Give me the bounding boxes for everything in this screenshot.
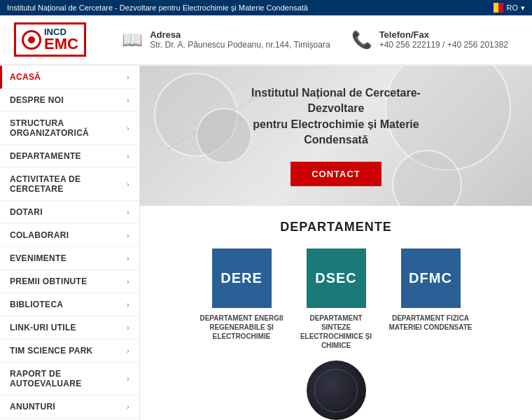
sidebar-item-departamente[interactable]: DEPARTAMENTE› — [0, 145, 139, 168]
lang-label: RO — [507, 4, 519, 12]
dept-label-dere: DEPARTAMENT ENERGII REGENERABILE ȘI ELEC… — [200, 314, 284, 341]
phone-label: Telefon/Fax — [379, 29, 508, 40]
sidebar-item-acas[interactable]: ACASĂ› — [0, 66, 139, 89]
sidebar-item-anunturi[interactable]: ANUNTURI› — [0, 396, 139, 419]
address-label: Adresa — [150, 29, 330, 40]
sidebar-item-evenimente[interactable]: EVENIMENTE› — [0, 247, 139, 270]
nav-item-label: ANUNTURI — [10, 402, 55, 412]
logo-area[interactable]: INCD EMC — [14, 22, 98, 57]
nav-arrow-icon: › — [127, 73, 130, 81]
sidebar-item-biblioteca[interactable]: BIBLIOTECA› — [0, 293, 139, 316]
nav-item-label: ACASĂ — [10, 72, 41, 82]
phone-value: +40 256 222119 / +40 256 201382 — [379, 40, 508, 50]
phone-icon: 📞 — [351, 30, 372, 50]
nav-arrow-icon: › — [127, 96, 130, 104]
dept-label-dfmc: DEPARTAMENT FIZICA MATERIEI CONDENSATE — [388, 314, 472, 332]
sidebar-item-raport-de-autoevaluare[interactable]: RAPORT DE AUTOEVALUARE› — [0, 363, 139, 396]
phone-item: 📞 Telefon/Fax +40 256 222119 / +40 256 2… — [351, 29, 508, 50]
nav-arrow-icon: › — [127, 254, 130, 262]
sidebar-item-structura-organizatoric[interactable]: STRUCTURA ORGANIZATORICĂ› — [0, 112, 139, 145]
hero-text-block: Institutul Național de Cercetare-Dezvolt… — [217, 71, 455, 201]
sidebar-item-link-uri-utile[interactable]: LINK-URI UTILE› — [0, 316, 139, 340]
nav-item-label: LINK-URI UTILE — [10, 323, 76, 332]
phone-info: Telefon/Fax +40 256 222119 / +40 256 201… — [379, 29, 508, 50]
nav-arrow-icon: › — [127, 208, 130, 216]
top-bar: Institutul Național de Cercetare - Dezvo… — [0, 0, 532, 15]
nav-item-label: RAPORT DE AUTOEVALUARE — [10, 369, 127, 388]
sidebar-item-colaborari[interactable]: COLABORARI› — [0, 224, 139, 247]
nav-arrow-icon: › — [127, 277, 130, 286]
nav-item-label: BIBLIOTECA — [10, 300, 63, 309]
nav-item-label: ACTIVITATEA DE CERCETARE — [10, 174, 127, 194]
nav-arrow-icon: › — [127, 152, 130, 160]
logo-circle-icon — [22, 30, 41, 50]
sidebar: ACASĂ›DESPRE NOI›STRUCTURA ORGANIZATORIC… — [0, 66, 140, 420]
address-icon: 📖 — [122, 30, 143, 50]
sidebar-item-despre-noi[interactable]: DESPRE NOI› — [0, 89, 139, 112]
nav-arrow-icon: › — [127, 374, 130, 383]
dept-item-dfmc[interactable]: DFMC DEPARTAMENT FIZICA MATERIEI CONDENS… — [388, 248, 472, 350]
address-item: 📖 Adresa Str. Dr. A. Păunescu Podeanu, n… — [122, 29, 330, 50]
sidebar-item-activitatea-de-cercetare[interactable]: ACTIVITATEA DE CERCETARE› — [0, 168, 139, 201]
nav-arrow-icon: › — [127, 300, 130, 309]
dept-box-dfmc: DFMC — [401, 248, 461, 308]
lang-selector[interactable]: RO ▾ — [489, 3, 526, 13]
nav-item-label: PREMII OBTINUTE — [10, 276, 88, 286]
dept-box-dere: DERE — [212, 248, 272, 308]
nav-arrow-icon: › — [127, 402, 130, 411]
nav-arrow-icon: › — [127, 124, 130, 132]
departments-grid: DERE DEPARTAMENT ENERGII REGENERABILE ȘI… — [154, 248, 518, 420]
logo-emc-text: EMC — [44, 36, 78, 52]
content-area: Institutul Național de Cercetare-Dezvolt… — [140, 66, 532, 420]
dept-item-dere[interactable]: DERE DEPARTAMENT ENERGII REGENERABILE ȘI… — [200, 248, 284, 350]
departments-title: DEPARTAMENTE — [154, 220, 518, 234]
address-info: Adresa Str. Dr. A. Păunescu Podeanu, nr.… — [150, 29, 330, 50]
hero-title: Institutul Național de Cercetare-Dezvolt… — [231, 85, 441, 148]
nav-item-label: DESPRE NOI — [10, 95, 64, 105]
sidebar-item-tim-science-park[interactable]: TIM SCIENCE PARK› — [0, 340, 139, 363]
globe-icon — [307, 360, 366, 420]
ro-flag-icon — [489, 3, 504, 13]
departments-section: DEPARTAMENTE DERE DEPARTAMENT ENERGII RE… — [140, 206, 532, 420]
nav-arrow-icon: › — [127, 346, 130, 355]
nav-item-label: TIM SCIENCE PARK — [10, 346, 93, 356]
lang-dropdown-icon: ▾ — [521, 4, 525, 13]
nav-item-label: EVENIMENTE — [10, 253, 66, 263]
nav-item-label: DOTARI — [10, 207, 43, 217]
header-contact: 📖 Adresa Str. Dr. A. Păunescu Podeanu, n… — [112, 29, 518, 50]
nav-arrow-icon: › — [127, 231, 130, 239]
nav-arrow-icon: › — [127, 323, 130, 332]
nav-item-label: COLABORARI — [10, 230, 69, 240]
dept-box-dsec: DSEC — [307, 248, 366, 308]
nav-arrow-icon: › — [127, 180, 130, 188]
top-bar-title: Institutul Național de Cercetare - Dezvo… — [7, 4, 308, 12]
logo-box: INCD EMC — [14, 22, 86, 57]
header: INCD EMC 📖 Adresa Str. Dr. A. Păunescu P… — [0, 15, 532, 66]
dept-item-patlab[interactable]: LABORATOR ELECTROCHIMIE PATLAB BUCUREȘTI — [294, 360, 378, 420]
sidebar-item-premii-obtinute[interactable]: PREMII OBTINUTE› — [0, 270, 139, 293]
address-value: Str. Dr. A. Păunescu Podeanu, nr.144, Ti… — [150, 40, 330, 50]
hero-contact-button[interactable]: CONTACT — [290, 162, 382, 186]
dept-label-dsec: DEPARTAMENT SINTEZE ELECTROCHIMICE ȘI CH… — [294, 314, 378, 350]
nav-item-label: DEPARTAMENTE — [10, 151, 81, 161]
nav-item-label: STRUCTURA ORGANIZATORICĂ — [10, 118, 127, 138]
sidebar-item-dotari[interactable]: DOTARI› — [0, 201, 139, 224]
dept-item-dsec[interactable]: DSEC DEPARTAMENT SINTEZE ELECTROCHIMICE … — [294, 248, 378, 350]
main-layout: ACASĂ›DESPRE NOI›STRUCTURA ORGANIZATORIC… — [0, 66, 532, 420]
hero-banner: Institutul Național de Cercetare-Dezvolt… — [140, 66, 532, 206]
